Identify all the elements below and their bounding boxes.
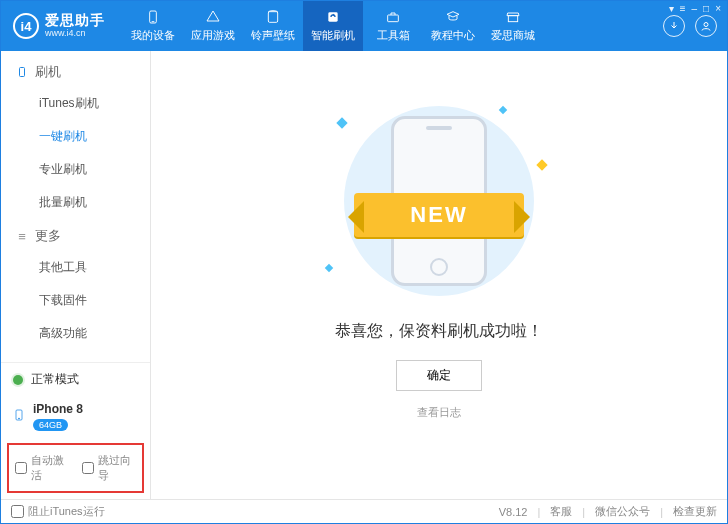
nav-label: 教程中心 — [431, 28, 475, 43]
footer-link-update[interactable]: 检查更新 — [673, 504, 717, 519]
sidebar-group-flash: 刷机 iTunes刷机 一键刷机 专业刷机 批量刷机 — [1, 57, 150, 221]
nav-toolbox[interactable]: 工具箱 — [363, 1, 423, 51]
app-window: ▾ ≡ – □ × i4 爱思助手 www.i4.cn 我的设备 应用游戏 — [0, 0, 728, 524]
checkbox-auto-activate[interactable]: 自动激活 — [15, 453, 70, 483]
device-storage-badge: 64GB — [33, 419, 68, 431]
nav-label: 爱思商城 — [491, 28, 535, 43]
success-illustration: NEW — [324, 101, 554, 301]
status-dot-icon — [13, 375, 23, 385]
svg-point-9 — [19, 418, 20, 419]
nav-label: 应用游戏 — [191, 28, 235, 43]
checkbox-block-itunes[interactable]: 阻止iTunes运行 — [11, 504, 105, 519]
sidebar-item-download-fw[interactable]: 下载固件 — [39, 284, 150, 317]
checkbox-label: 自动激活 — [31, 453, 70, 483]
tutorial-icon — [444, 9, 462, 25]
nav-tutorials[interactable]: 教程中心 — [423, 1, 483, 51]
nav-label: 铃声壁纸 — [251, 28, 295, 43]
menu-icon[interactable]: ≡ — [680, 3, 686, 14]
ribbon-label: NEW — [354, 193, 524, 237]
ringtone-icon — [264, 9, 282, 25]
more-icon: ≡ — [15, 229, 29, 243]
sidebar-bottom: 正常模式 iPhone 8 64GB 自动激活 — [1, 362, 150, 499]
account-button[interactable] — [695, 15, 717, 37]
footer-link-support[interactable]: 客服 — [550, 504, 572, 519]
success-message: 恭喜您，保资料刷机成功啦！ — [335, 321, 543, 342]
maximize-button[interactable]: □ — [703, 3, 709, 14]
svg-rect-7 — [20, 68, 25, 77]
close-button[interactable]: × — [715, 3, 721, 14]
sidebar-item-batch-flash[interactable]: 批量刷机 — [39, 186, 150, 219]
brand-badge: i4 — [13, 13, 39, 39]
device-name: iPhone 8 — [33, 402, 83, 416]
body: 刷机 iTunes刷机 一键刷机 专业刷机 批量刷机 ≡ 更多 — [1, 51, 727, 499]
minimize-button[interactable]: – — [692, 3, 698, 14]
main-panel: NEW 恭喜您，保资料刷机成功啦！ 确定 查看日志 — [151, 51, 727, 499]
ok-button[interactable]: 确定 — [396, 360, 482, 391]
phone-outline-icon — [15, 65, 29, 79]
version-label: V8.12 — [499, 506, 528, 518]
auto-activate-input[interactable] — [15, 462, 27, 474]
device-phone-icon — [13, 406, 25, 427]
brand-title: 爱思助手 — [45, 13, 105, 28]
status-bar: 阻止iTunes运行 V8.12 | 客服 | 微信公众号 | 检查更新 — [1, 499, 727, 523]
nav-my-device[interactable]: 我的设备 — [123, 1, 183, 51]
sidebar-item-pro-flash[interactable]: 专业刷机 — [39, 153, 150, 186]
toolbox-icon — [384, 9, 402, 25]
nav-store[interactable]: 爱思商城 — [483, 1, 543, 51]
nav-label: 智能刷机 — [311, 28, 355, 43]
svg-rect-2 — [268, 12, 277, 23]
flash-icon — [324, 9, 342, 25]
checkbox-skip-guide[interactable]: 跳过向导 — [82, 453, 137, 483]
block-itunes-input[interactable] — [11, 505, 24, 518]
sidebar-group-more: ≡ 更多 其他工具 下载固件 高级功能 — [1, 221, 150, 352]
new-ribbon: NEW — [354, 193, 524, 237]
download-button[interactable] — [663, 15, 685, 37]
svg-point-6 — [704, 23, 708, 27]
brand-logo: i4 爱思助手 www.i4.cn — [13, 13, 105, 39]
group-title: 刷机 — [35, 63, 61, 81]
skip-guide-input[interactable] — [82, 462, 94, 474]
footer-link-wechat[interactable]: 微信公众号 — [595, 504, 650, 519]
device-row[interactable]: iPhone 8 64GB — [1, 396, 150, 441]
view-log-link[interactable]: 查看日志 — [417, 405, 461, 420]
device-mode-label: 正常模式 — [31, 371, 79, 388]
apps-icon — [204, 9, 222, 25]
device-icon — [144, 9, 162, 25]
highlight-box: 自动激活 跳过向导 — [7, 443, 144, 493]
sidebar-item-advanced[interactable]: 高级功能 — [39, 317, 150, 350]
checkbox-label: 跳过向导 — [98, 453, 137, 483]
checkbox-label: 阻止iTunes运行 — [28, 504, 105, 519]
window-controls: ▾ ≡ – □ × — [669, 3, 721, 14]
nav-label: 我的设备 — [131, 28, 175, 43]
svg-rect-5 — [508, 16, 517, 22]
sidebar-item-oneclick-flash[interactable]: 一键刷机 — [39, 120, 150, 153]
nav-flash[interactable]: 智能刷机 — [303, 1, 363, 51]
nav-tabs: 我的设备 应用游戏 铃声壁纸 智能刷机 工具箱 教程中心 — [123, 1, 543, 51]
sidebar: 刷机 iTunes刷机 一键刷机 专业刷机 批量刷机 ≡ 更多 — [1, 51, 151, 499]
brand-url: www.i4.cn — [45, 29, 105, 39]
sidebar-item-other-tools[interactable]: 其他工具 — [39, 251, 150, 284]
nav-ringtones[interactable]: 铃声壁纸 — [243, 1, 303, 51]
top-bar: ▾ ≡ – □ × i4 爱思助手 www.i4.cn 我的设备 应用游戏 — [1, 1, 727, 51]
nav-label: 工具箱 — [377, 28, 410, 43]
shirt-icon[interactable]: ▾ — [669, 3, 674, 14]
group-title: 更多 — [35, 227, 61, 245]
store-icon — [504, 9, 522, 25]
sidebar-item-itunes-flash[interactable]: iTunes刷机 — [39, 87, 150, 120]
device-mode-row[interactable]: 正常模式 — [1, 363, 150, 396]
nav-apps-games[interactable]: 应用游戏 — [183, 1, 243, 51]
topbar-right — [663, 15, 717, 37]
svg-rect-4 — [388, 15, 399, 22]
svg-rect-3 — [328, 12, 337, 21]
